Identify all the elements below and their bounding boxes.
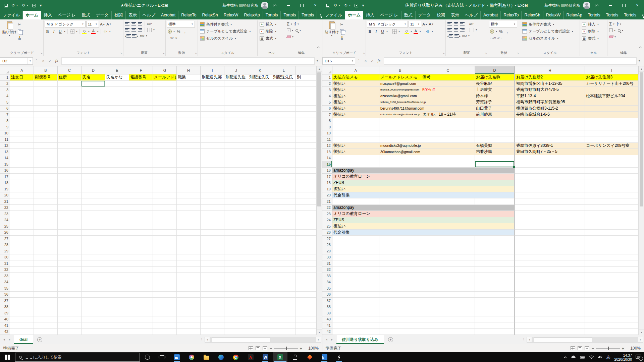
cell-I12[interactable]: [201, 143, 224, 149]
cell-D29[interactable]: [475, 248, 515, 254]
cell-G25[interactable]: [153, 223, 177, 230]
ribbon-tab-15[interactable]: Tortois: [603, 11, 621, 19]
cell-F25[interactable]: [129, 223, 153, 230]
cell-K34[interactable]: [248, 279, 272, 286]
cell-C37[interactable]: [58, 298, 82, 304]
cell-C42[interactable]: [421, 329, 475, 335]
format-painter-button[interactable]: [17, 35, 24, 41]
cell-I36[interactable]: [201, 292, 224, 298]
row-header-42[interactable]: 42: [0, 329, 10, 335]
delete-cells-button[interactable]: ×削除 ▼: [581, 28, 606, 35]
cell-A25[interactable]: [10, 223, 34, 230]
cell-E3[interactable]: [105, 87, 129, 93]
cell-L20[interactable]: [272, 192, 296, 199]
name-box-dropdown-icon[interactable]: ▼: [28, 58, 33, 64]
cell-D21[interactable]: [475, 198, 515, 205]
cell-H28[interactable]: [177, 242, 201, 248]
cell-E36[interactable]: [105, 292, 129, 298]
cell-K23[interactable]: [248, 211, 272, 217]
cell-B16[interactable]: [34, 168, 58, 174]
row-header-10[interactable]: 10: [0, 130, 10, 137]
dialog-launcher-icon[interactable]: ↘: [162, 52, 165, 55]
cell-D10[interactable]: [82, 130, 105, 137]
cell-M14[interactable]: [296, 155, 316, 162]
comma-style-button[interactable]: ,: [182, 28, 188, 35]
cell-I41[interactable]: [201, 322, 224, 329]
row-header-35[interactable]: 35: [0, 285, 10, 292]
cell-M29[interactable]: [296, 248, 316, 254]
cell-G15[interactable]: [153, 161, 177, 168]
cell-G1[interactable]: メールアドレ: [153, 74, 177, 81]
cell-D39[interactable]: [475, 310, 515, 316]
cell-H9[interactable]: [177, 124, 201, 130]
row-header-15[interactable]: 15: [0, 161, 10, 168]
ribbon-tab-5[interactable]: データ: [416, 11, 434, 19]
cell-G12[interactable]: [153, 143, 177, 149]
cell-I15[interactable]: [585, 161, 639, 168]
cell-D31[interactable]: [475, 260, 515, 267]
cell-D32[interactable]: [475, 267, 515, 273]
row-header-25[interactable]: 25: [322, 223, 332, 230]
cell-B22[interactable]: [34, 205, 58, 211]
cell-I3[interactable]: [201, 87, 224, 93]
cell-G11[interactable]: [153, 136, 177, 143]
cell-A37[interactable]: [10, 298, 34, 304]
cell-D42[interactable]: [475, 329, 515, 335]
cancel-button[interactable]: ×: [40, 59, 47, 63]
scroll-down-icon[interactable]: ▼: [639, 329, 644, 335]
cell-B12[interactable]: moondisks2@uqmobile.jp: [379, 143, 421, 149]
cell-M25[interactable]: [296, 223, 316, 230]
cell-A38[interactable]: [332, 304, 379, 310]
cell-C8[interactable]: [421, 118, 475, 124]
cell-I40[interactable]: [585, 316, 639, 323]
cell-E40[interactable]: [105, 316, 129, 323]
zoom-slider-thumb[interactable]: [286, 347, 287, 350]
cell-I2[interactable]: カーサリナート山王206号: [585, 81, 639, 87]
cell-I37[interactable]: [585, 298, 639, 304]
autosum-button[interactable]: Σ▼: [286, 21, 293, 27]
cell-H23[interactable]: [515, 211, 585, 217]
cell-F17[interactable]: [129, 174, 153, 180]
cell-G6[interactable]: [153, 106, 177, 112]
row-header-15[interactable]: 15: [322, 161, 332, 168]
cell-F9[interactable]: [129, 124, 153, 130]
cell-I28[interactable]: [201, 242, 224, 248]
cell-I5[interactable]: [585, 99, 639, 106]
customize-qat-icon[interactable]: ▼: [362, 4, 364, 7]
increase-font-size-button[interactable]: A▲: [422, 21, 428, 27]
ribbon-tab-13[interactable]: RelaxAp: [241, 11, 263, 19]
align-bottom-button[interactable]: [137, 21, 143, 27]
cell-I26[interactable]: [201, 230, 224, 236]
cell-I34[interactable]: [201, 279, 224, 286]
cell-H15[interactable]: [177, 161, 201, 168]
cell-B23[interactable]: [34, 211, 58, 217]
cell-H11[interactable]: [177, 136, 201, 143]
ribbon-tab-10[interactable]: RelaxTo: [501, 11, 522, 19]
cell-J42[interactable]: [224, 329, 248, 335]
next-sheet-icon[interactable]: ▸: [9, 338, 11, 341]
cell-A31[interactable]: [332, 260, 379, 267]
cell-A42[interactable]: [10, 329, 34, 335]
cell-H25[interactable]: [177, 223, 201, 230]
cell-J23[interactable]: [224, 211, 248, 217]
horizontal-scroll-track[interactable]: [210, 337, 316, 343]
cell-L23[interactable]: [272, 211, 296, 217]
cell-F8[interactable]: [129, 118, 153, 124]
cell-H31[interactable]: [177, 260, 201, 267]
cell-J16[interactable]: [224, 168, 248, 174]
cell-H20[interactable]: [515, 192, 585, 199]
cell-A34[interactable]: [10, 279, 34, 286]
cell-L37[interactable]: [272, 298, 296, 304]
increase-indent-button[interactable]: ▸: [132, 33, 139, 39]
cell-L29[interactable]: [272, 248, 296, 254]
paste-button[interactable]: 貼り付け ▼: [324, 21, 339, 50]
cell-A4[interactable]: [10, 93, 34, 100]
cell-M42[interactable]: [296, 329, 316, 335]
cell-C5[interactable]: [421, 99, 475, 106]
cell-I19[interactable]: [585, 186, 639, 192]
number-format-select[interactable]: 標準▼: [489, 21, 517, 27]
row-header-27[interactable]: 27: [322, 236, 332, 242]
cell-B29[interactable]: [34, 248, 58, 254]
vertical-scroll-track[interactable]: [317, 72, 322, 329]
cell-A20[interactable]: [10, 192, 34, 199]
